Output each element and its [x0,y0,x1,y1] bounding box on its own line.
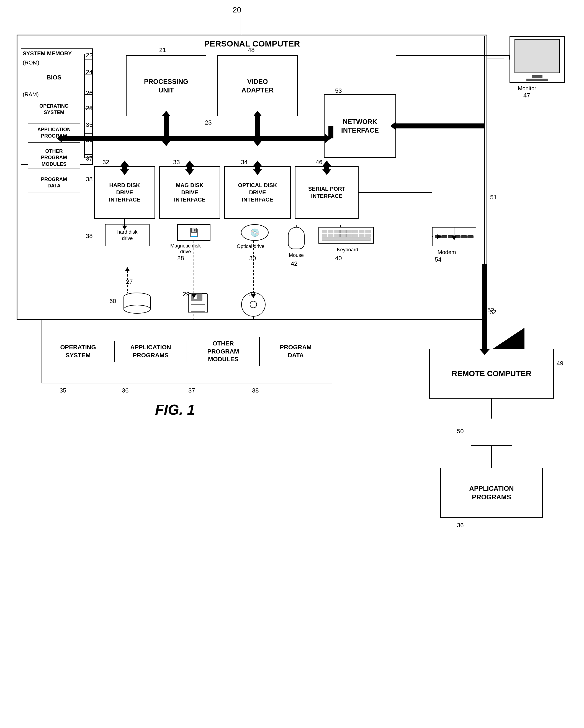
bottom-os: OPERATING SYSTEM [42,341,115,362]
mag-disk-icon: 💾 [177,224,210,241]
monitor-label: Monitor [518,85,536,92]
hdd-small-box: hard disk drive [105,224,150,246]
num-52: 52 [487,307,494,314]
bottom-app-prog: APPLICATION PROGRAMS [115,341,187,362]
ram-label: (RAM) [23,92,39,98]
fig-label: FIG. 1 [155,401,195,418]
bios-label: BIOS [47,74,61,82]
rom-label: (ROM) [23,59,39,66]
num-31: 31 [249,291,256,298]
num-29: 29 [183,291,189,298]
num-49: 49 [557,360,563,367]
num-23: 23 [205,119,211,126]
video-adapter-label: VIDEO ADAPTER [242,77,274,95]
app-prog-bottom-label: APPLICATION PROGRAMS [469,484,514,501]
num-53: 53 [335,87,342,95]
prog-data-box: PROGRAM DATA [28,173,80,192]
bios-box: BIOS [28,68,80,87]
mag-interface-label: MAG DISK DRIVE INTERFACE [174,182,205,203]
num-51: 51 [490,194,497,201]
num-36-bot: 36 [122,387,128,394]
optical-drive-label: Optical drive [230,243,271,250]
num-35-bot: 35 [59,387,66,394]
keyboard-icon [319,227,374,243]
num-34: 34 [241,159,248,166]
num-48: 48 [248,47,254,54]
num-60: 60 [109,297,116,305]
serial-port-box: SERIAL PORT INTERFACE [295,166,359,219]
processing-unit-label: PROCESSING UNIT [144,77,188,95]
num-30: 30 [249,255,256,262]
num-24: 24 [86,69,93,76]
num-32: 32 [102,159,109,166]
hdd-interface-box: HARD DISK DRIVE INTERFACE [94,166,155,219]
svg-point-58 [250,301,257,308]
num-37-bot: 37 [188,387,195,394]
num-36: 36 [86,136,93,144]
disk-storage-icon [123,292,151,314]
num-22: 22 [86,52,93,59]
num-26: 26 [86,89,93,97]
app-prog-box: APPLICATION PROGRAM [28,123,80,142]
os-box: OPERATING SYSTEM [28,100,80,119]
app-prog-label: APPLICATION PROGRAM [37,127,71,139]
num-37-top: 37 [86,155,93,162]
modem-label: Modem [437,249,456,256]
num-33: 33 [173,159,180,166]
num-28: 28 [177,255,184,262]
mouse-label: Mouse [282,253,310,258]
svg-rect-56 [194,295,197,299]
hdd-small-label: hard disk drive [117,229,137,242]
remote-computer-label: REMOTE COMPUTER [452,369,531,379]
num-40: 40 [335,255,342,262]
magnetic-disk-label: Magnetic disk drive [163,243,208,255]
optical-interface-box: OPTICAL DISK DRIVE INTERFACE [224,166,291,219]
label-20: 20 [233,5,241,15]
num-25: 25 [86,105,93,112]
modem-box [432,227,476,246]
processing-unit-box: PROCESSING UNIT [126,55,206,116]
other-prog-box: OTHER PROGRAM MODULES [28,147,80,169]
network-interface-box: NETWORK INTERFACE [324,94,396,158]
serial-port-label: SERIAL PORT INTERFACE [308,185,345,200]
network-interface-label: NETWORK INTERFACE [341,118,379,134]
num-36-bot2: 36 [457,522,463,529]
remote-computer-box: REMOTE COMPUTER [429,349,554,398]
optical-icon: 💿 [241,224,269,241]
num-38-hdd: 38 [86,233,93,240]
os-label: OPERATING SYSTEM [39,103,69,116]
num-54: 54 [435,256,441,263]
hdd-interface-label: HARD DISK DRIVE INTERFACE [109,182,140,203]
prog-data-label: PROGRAM DATA [41,176,67,189]
diagram-container: 20 PERSONAL COMPUTER SYSTEM MEMORY (ROM)… [0,0,584,728]
num-47: 47 [523,92,530,99]
bottom-prog-data: PROGRAM DATA [260,341,332,362]
monitor-box [509,36,565,83]
mouse-icon [288,227,305,249]
num-50: 50 [457,428,463,435]
optical-interface-label: OPTICAL DISK DRIVE INTERFACE [238,182,277,203]
box-50 [471,418,512,446]
mag-interface-box: MAG DISK DRIVE INTERFACE [159,166,220,219]
num-35-top: 35 [86,121,93,128]
num-38-bot: 38 [252,387,259,394]
keyboard-label: Keyboard [327,247,368,253]
bottom-storage-box: OPERATING SYSTEM APPLICATION PROGRAMS OT… [42,320,332,383]
svg-point-52 [124,305,150,313]
other-prog-label: OTHER PROGRAM MODULES [41,148,67,167]
num-46: 46 [316,159,322,166]
system-memory-label: SYSTEM MEMORY [23,50,72,57]
bottom-other-prog: OTHER PROGRAM MODULES [187,337,260,366]
num-42: 42 [291,260,297,267]
video-adapter-box: VIDEO ADAPTER [218,55,298,116]
num-38-top: 38 [86,176,93,183]
svg-rect-55 [191,305,205,311]
app-prog-bottom-box: APPLICATION PROGRAMS [440,468,543,518]
num-27: 27 [126,278,133,285]
num-21: 21 [159,47,166,54]
